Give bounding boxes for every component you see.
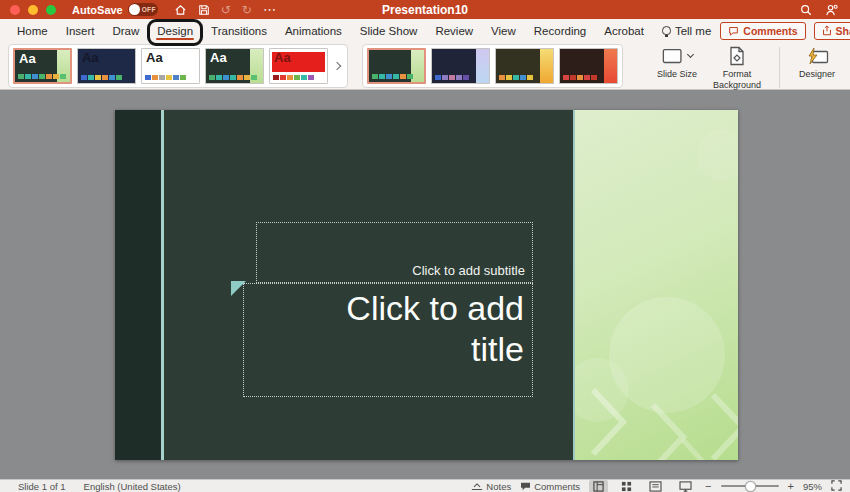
tab-insert[interactable]: Insert [57, 19, 104, 42]
variant-thumbnail-4[interactable] [559, 48, 618, 84]
theme-swatch [591, 75, 597, 80]
theme-thumbnail-3[interactable]: Aa [141, 48, 200, 84]
tab-transitions[interactable]: Transitions [202, 19, 276, 42]
title-placeholder-text: Click to add title [346, 289, 524, 368]
slide-left-panel [115, 110, 161, 460]
theme-swatch [251, 75, 257, 80]
tab-label: Transitions [211, 25, 267, 37]
status-bar: Slide 1 of 1 English (United States) Not… [0, 479, 850, 492]
undo-icon[interactable]: ↺ [221, 3, 231, 17]
variant-thumbnail-1[interactable] [367, 48, 426, 84]
share-button-label: Share [836, 25, 850, 37]
theme-swatch [442, 75, 448, 80]
theme-accent-strip [540, 49, 553, 83]
search-icon[interactable] [800, 4, 812, 16]
share-button[interactable]: Share [814, 22, 850, 40]
notes-icon [471, 482, 483, 491]
ribbon-group-divider [779, 47, 780, 88]
theme-swatch [506, 75, 512, 80]
tab-label: Design [157, 25, 193, 37]
theme-swatch [527, 75, 533, 80]
theme-swatch [109, 75, 115, 80]
theme-swatch [216, 75, 222, 80]
slide-accent-line-right [573, 110, 575, 460]
theme-swatch [287, 75, 293, 80]
lightbulb-icon [662, 26, 671, 35]
zoom-slider-knob[interactable] [745, 481, 756, 492]
theme-thumbnail-4[interactable]: Aa [205, 48, 264, 84]
titlebar: AutoSave OFF ↺ ↻ ⋯ Presentation10 [0, 0, 850, 19]
slide[interactable]: Click to add subtitle Click to add title [115, 110, 738, 460]
tab-label: Recording [534, 25, 586, 37]
comments-toggle-button[interactable]: Comments [520, 481, 580, 492]
theme-swatch [400, 74, 406, 79]
tab-home[interactable]: Home [8, 19, 57, 42]
variant-thumbnail-2[interactable] [431, 48, 490, 84]
theme-swatch [301, 75, 307, 80]
theme-thumbnail-1[interactable]: Aa [13, 48, 72, 84]
language-indicator[interactable]: English (United States) [84, 481, 181, 492]
zoom-slider[interactable] [721, 485, 779, 487]
tab-tell-me[interactable]: Tell me [653, 19, 720, 42]
slide-size-button[interactable]: Slide Size [655, 45, 699, 79]
format-background-icon [728, 46, 746, 66]
variant-thumbnail-3[interactable] [495, 48, 554, 84]
theme-swatch [223, 75, 229, 80]
more-themes-chevron[interactable] [333, 61, 341, 69]
theme-sample-text: Aa [19, 52, 36, 65]
theme-thumbnail-5[interactable]: Aa [269, 48, 328, 84]
tab-label: Review [435, 25, 473, 37]
zoom-window-button[interactable] [46, 5, 56, 15]
minimize-window-button[interactable] [28, 5, 38, 15]
zoom-in-button[interactable]: + [788, 480, 794, 492]
theme-swatch [173, 75, 179, 80]
theme-swatch [456, 75, 462, 80]
fit-slide-button[interactable] [831, 480, 842, 492]
notes-button[interactable]: Notes [471, 481, 511, 492]
theme-swatch [102, 75, 108, 80]
theme-swatch [237, 75, 243, 80]
theme-sample-text: Aa [210, 51, 227, 64]
theme-swatch [159, 75, 165, 80]
reading-view-button[interactable] [645, 480, 666, 492]
theme-swatch [386, 74, 392, 79]
tab-label: View [491, 25, 516, 37]
zoom-out-button[interactable]: − [705, 480, 711, 492]
ribbon-design-tab-content: AaAaAaAaAa Slide Size Format Background [0, 42, 850, 90]
tab-acrobat[interactable]: Acrobat [595, 19, 653, 42]
save-icon[interactable] [198, 4, 210, 16]
slide-sorter-view-button[interactable] [617, 480, 636, 492]
theme-swatch [463, 75, 469, 80]
theme-sample-text: Aa [274, 51, 291, 64]
more-commands-icon[interactable]: ⋯ [263, 5, 276, 15]
tab-draw[interactable]: Draw [103, 19, 148, 42]
tab-slide-show[interactable]: Slide Show [351, 19, 427, 42]
normal-view-button[interactable] [589, 480, 608, 492]
home-icon[interactable] [174, 4, 187, 16]
fit-slide-icon [831, 480, 842, 491]
tab-label: Tell me [675, 25, 711, 37]
slide-editor-canvas[interactable]: Click to add subtitle Click to add title [0, 90, 850, 479]
theme-swatch [32, 74, 38, 79]
designer-button[interactable]: Designer [792, 45, 842, 79]
format-background-button[interactable]: Format Background [707, 45, 767, 90]
subtitle-placeholder[interactable]: Click to add subtitle [256, 222, 533, 283]
theme-thumbnail-2[interactable]: Aa [77, 48, 136, 84]
close-window-button[interactable] [10, 5, 20, 15]
title-placeholder[interactable]: Click to add title [243, 283, 533, 397]
tab-recording[interactable]: Recording [525, 19, 595, 42]
tab-design[interactable]: Design [148, 19, 202, 42]
tab-animations[interactable]: Animations [276, 19, 351, 42]
slideshow-icon [679, 481, 692, 492]
autosave-toggle[interactable]: OFF [128, 3, 158, 16]
tab-view[interactable]: View [482, 19, 525, 42]
theme-swatch [294, 75, 300, 80]
account-icon[interactable] [825, 4, 838, 16]
zoom-level[interactable]: 95% [803, 481, 822, 492]
tab-review[interactable]: Review [426, 19, 482, 42]
tab-label: Insert [66, 25, 95, 37]
comments-button[interactable]: Comments [720, 22, 805, 40]
redo-icon[interactable]: ↻ [242, 3, 252, 17]
slideshow-view-button[interactable] [675, 480, 696, 492]
tab-label: Slide Show [360, 25, 418, 37]
